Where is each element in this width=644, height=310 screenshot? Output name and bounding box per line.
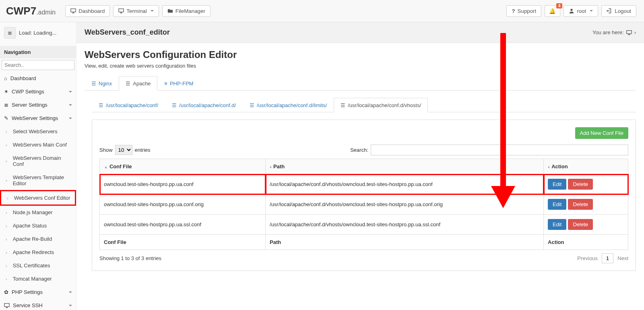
nav-search-input[interactable]: [2, 60, 74, 70]
list-icon: ☰: [250, 102, 254, 108]
user-icon: [569, 8, 574, 14]
pager: Previous 1 Next: [577, 253, 628, 263]
gear-icon: ✿: [4, 289, 8, 295]
sidebar-item-conf-editor[interactable]: WebServers Conf Editor: [0, 190, 76, 206]
load-status: ≣Load: Loading...: [0, 22, 76, 46]
page-title: WebServers_conf_editor: [85, 28, 170, 37]
support-button[interactable]: ?Support: [506, 5, 541, 17]
sidebar-item-template-editor[interactable]: WebServers Template Editor: [0, 171, 76, 190]
sidebar-item-server-settings[interactable]: ≣Server Settings: [0, 98, 76, 112]
chevron-down-icon: [69, 91, 72, 93]
entries-label: entries: [135, 147, 151, 153]
monitor-icon: [70, 8, 76, 14]
sidebar-item-cwp-settings[interactable]: ✶CWP Settings: [0, 85, 76, 98]
terminal-button[interactable]: Terminal: [113, 5, 159, 17]
page-1-button[interactable]: 1: [602, 253, 613, 263]
tf-path: Path: [266, 235, 544, 250]
sidebar-item-main-conf[interactable]: WebServers Main Conf: [0, 138, 76, 151]
folder-icon: [167, 8, 173, 14]
tab-apache[interactable]: ☰Apache: [119, 76, 157, 91]
sidebar-item-apache-rebuild[interactable]: Apache Re-Build: [0, 232, 76, 246]
user-button[interactable]: root: [564, 5, 598, 17]
sidebar-item-apache-status[interactable]: Apache Status: [0, 219, 76, 232]
conf-table: ▲Conf File ♦Path ♦Action owncloud.test-s…: [99, 159, 628, 250]
next-button[interactable]: Next: [617, 255, 628, 261]
sidebar-item-apache-redirects[interactable]: Apache Redirects: [0, 246, 76, 259]
cell-conf: owncloud.test-sites-hostpro.pp.ua.conf.o…: [100, 194, 266, 215]
sidebar-item-service-ssh[interactable]: Service SSH: [0, 299, 76, 310]
notifications-button[interactable]: 🔔4: [545, 5, 560, 17]
table-info: Showing 1 to 3 of 3 entries: [99, 255, 161, 261]
caret-down-icon: [590, 10, 593, 12]
edit-button[interactable]: Edit: [548, 219, 566, 230]
logout-button[interactable]: Logout: [601, 5, 636, 17]
filemanager-button[interactable]: FileManager: [162, 5, 211, 17]
caret-down-icon: [151, 10, 154, 12]
sidebar-item-nodejs-manager[interactable]: Node.js Manager: [0, 206, 76, 219]
list-icon: ☰: [341, 102, 345, 108]
wrench-icon: ✶: [4, 89, 8, 95]
subtab-confd[interactable]: ☰/usr/local/apache/conf.d/: [165, 98, 243, 112]
cell-path: /usr/local/apache/conf.d/vhosts/owncloud…: [266, 215, 544, 235]
breadcrumb: You are here:›: [592, 29, 636, 35]
cell-action: EditDelete: [544, 194, 628, 215]
cell-action: EditDelete: [544, 174, 628, 194]
svg-point-2: [571, 9, 573, 11]
table-footer: Showing 1 to 3 of 3 entries Previous 1 N…: [99, 253, 628, 263]
chevron-right-icon: ›: [634, 29, 636, 35]
main: WebServers_conf_editor You are here:› We…: [76, 22, 644, 310]
chevron-down-icon: [69, 291, 72, 293]
svg-rect-0: [71, 9, 76, 12]
table-row: owncloud.test-sites-hostpro.pp.ua.ssl.co…: [100, 215, 628, 235]
sliders-icon: ≡: [164, 81, 167, 87]
delete-button[interactable]: Delete: [568, 179, 593, 190]
subtab-limits[interactable]: ☰/usr/local/apache/conf.d/limits/: [243, 98, 334, 112]
svg-rect-3: [4, 303, 9, 306]
tab-php-fpm[interactable]: ≡PHP-FPM: [157, 76, 200, 91]
monitor-icon: [4, 303, 10, 308]
sidebar-item-domain-conf[interactable]: WebServers Domain Conf: [0, 151, 76, 171]
page-desc: View, edit, create web servers configura…: [85, 63, 636, 69]
entries-select[interactable]: 10: [115, 145, 132, 155]
sidebar-item-select-webservers[interactable]: Select WebServers: [0, 125, 76, 138]
subtab-conf[interactable]: ☰/usr/local/apache/conf/: [92, 98, 165, 112]
edit-button[interactable]: Edit: [548, 199, 566, 210]
pencil-icon: ✎: [4, 115, 8, 121]
cell-conf: owncloud.test-sites-hostpro.pp.ua.conf: [100, 174, 266, 194]
list-icon: ☰: [99, 102, 103, 108]
chevron-down-icon: [69, 118, 72, 119]
delete-button[interactable]: Delete: [568, 199, 593, 210]
top-bar: CWP7.admin Dashboard Terminal FileManage…: [0, 0, 644, 22]
sidebar-item-ssl-certs[interactable]: SSL Certificates: [0, 259, 76, 272]
svg-rect-4: [627, 30, 632, 33]
cell-action: EditDelete: [544, 215, 628, 235]
notification-badge: 4: [556, 3, 563, 8]
sidebar-item-webserver-settings[interactable]: ✎WebServer Settings: [0, 112, 76, 125]
th-action[interactable]: ♦Action: [544, 159, 628, 174]
page-heading: WebServers Configuration Editor: [85, 49, 636, 60]
edit-button[interactable]: Edit: [548, 179, 566, 190]
question-icon: ?: [512, 8, 515, 14]
add-conf-button[interactable]: Add New Conf File: [575, 127, 628, 139]
brand: CWP7.admin: [6, 5, 56, 17]
sidebar: ≣Load: Loading... Navigation ⌂Dashboard …: [0, 22, 76, 310]
delete-button[interactable]: Delete: [568, 219, 593, 230]
table-search-input[interactable]: [371, 145, 628, 155]
dashboard-button[interactable]: Dashboard: [65, 5, 110, 17]
sort-icon: ♦: [270, 165, 272, 169]
sidebar-item-php-settings[interactable]: ✿PHP Settings: [0, 285, 76, 299]
th-conf-file[interactable]: ▲Conf File: [100, 159, 266, 174]
list-icon: ☰: [172, 102, 177, 108]
th-path[interactable]: ♦Path: [266, 159, 544, 174]
sidebar-item-tomcat-manager[interactable]: Tomcat Manager: [0, 272, 76, 285]
title-bar: WebServers_conf_editor You are here:›: [76, 22, 644, 43]
tab-nginx[interactable]: ☰Nginx: [85, 76, 119, 91]
prev-button[interactable]: Previous: [577, 255, 598, 261]
subtab-vhosts[interactable]: ☰/usr/local/apache/conf.d/vhosts/: [334, 98, 428, 112]
table-panel: Add New Conf File Show 10 entries Search…: [92, 120, 636, 271]
sort-asc-icon: ▲: [104, 165, 108, 169]
chevron-down-icon: [69, 104, 72, 106]
path-tabs: ☰/usr/local/apache/conf/ ☰/usr/local/apa…: [92, 98, 636, 112]
list-icon: ☰: [126, 81, 130, 87]
sidebar-item-dashboard[interactable]: ⌂Dashboard: [0, 72, 76, 85]
